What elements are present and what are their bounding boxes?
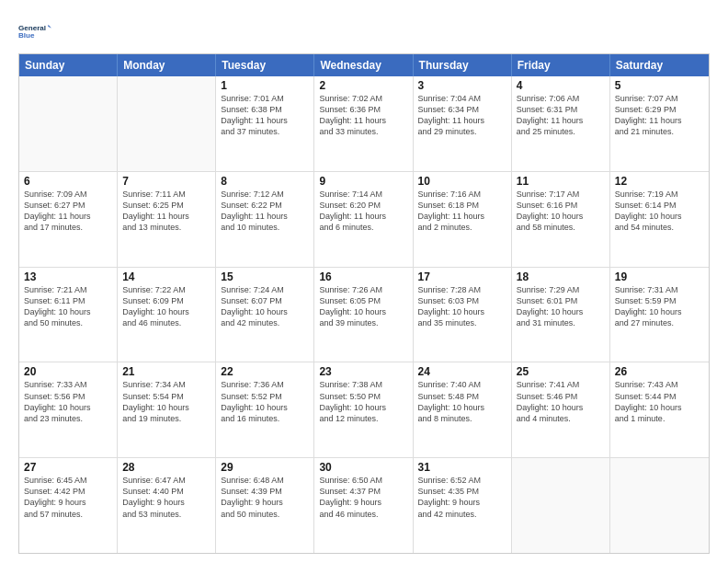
cell-info: Sunrise: 7:40 AM Sunset: 5:48 PM Dayligh… [418, 379, 506, 424]
cell-info: Sunrise: 6:52 AM Sunset: 4:35 PM Dayligh… [418, 475, 506, 520]
cell-info: Sunrise: 7:01 AM Sunset: 6:38 PM Dayligh… [221, 93, 309, 138]
cal-cell: 14Sunrise: 7:22 AM Sunset: 6:09 PM Dayli… [118, 268, 216, 362]
cell-date: 27 [24, 461, 112, 474]
cell-info: Sunrise: 6:45 AM Sunset: 4:42 PM Dayligh… [24, 475, 112, 520]
cal-cell: 26Sunrise: 7:43 AM Sunset: 5:44 PM Dayli… [610, 362, 709, 457]
cal-cell: 29Sunrise: 6:48 AM Sunset: 4:39 PM Dayli… [216, 458, 314, 553]
cal-header-monday: Monday [118, 54, 216, 76]
cell-info: Sunrise: 7:38 AM Sunset: 5:50 PM Dayligh… [319, 379, 407, 424]
cal-cell [19, 76, 118, 171]
cell-date: 11 [517, 175, 605, 188]
cal-header-saturday: Saturday [610, 54, 709, 76]
cell-date: 8 [221, 175, 309, 188]
cal-cell [118, 76, 216, 171]
cal-cell: 3Sunrise: 7:04 AM Sunset: 6:34 PM Daylig… [414, 76, 512, 171]
cell-info: Sunrise: 7:04 AM Sunset: 6:34 PM Dayligh… [418, 93, 506, 138]
cell-date: 31 [418, 461, 506, 474]
cal-week-3: 13Sunrise: 7:21 AM Sunset: 6:11 PM Dayli… [19, 268, 709, 363]
cell-info: Sunrise: 7:16 AM Sunset: 6:18 PM Dayligh… [418, 189, 506, 234]
cell-date: 5 [615, 79, 704, 92]
cell-date: 16 [319, 270, 407, 283]
cell-date: 6 [24, 175, 112, 188]
cal-week-1: 1Sunrise: 7:01 AM Sunset: 6:38 PM Daylig… [19, 76, 709, 172]
cell-info: Sunrise: 7:02 AM Sunset: 6:36 PM Dayligh… [319, 93, 407, 138]
cal-cell: 2Sunrise: 7:02 AM Sunset: 6:36 PM Daylig… [314, 76, 413, 171]
logo-svg: General Blue [18, 15, 51, 48]
cell-info: Sunrise: 7:11 AM Sunset: 6:25 PM Dayligh… [122, 189, 210, 234]
cal-cell: 4Sunrise: 7:06 AM Sunset: 6:31 PM Daylig… [512, 76, 610, 171]
cell-date: 25 [517, 365, 605, 378]
cal-week-5: 27Sunrise: 6:45 AM Sunset: 4:42 PM Dayli… [19, 458, 709, 553]
header: General Blue [18, 15, 710, 48]
cell-info: Sunrise: 7:19 AM Sunset: 6:14 PM Dayligh… [615, 189, 704, 234]
cell-date: 7 [122, 175, 210, 188]
cal-cell: 11Sunrise: 7:17 AM Sunset: 6:16 PM Dayli… [512, 172, 610, 267]
cal-cell [610, 458, 709, 553]
cell-info: Sunrise: 7:22 AM Sunset: 6:09 PM Dayligh… [122, 284, 210, 329]
cell-date: 19 [615, 270, 704, 283]
cell-date: 4 [517, 79, 605, 92]
cal-cell: 13Sunrise: 7:21 AM Sunset: 6:11 PM Dayli… [19, 268, 118, 362]
cell-date: 28 [122, 461, 210, 474]
cell-date: 13 [24, 270, 112, 283]
cal-cell: 23Sunrise: 7:38 AM Sunset: 5:50 PM Dayli… [314, 362, 413, 457]
cal-cell: 7Sunrise: 7:11 AM Sunset: 6:25 PM Daylig… [118, 172, 216, 267]
cell-info: Sunrise: 7:06 AM Sunset: 6:31 PM Dayligh… [517, 93, 605, 138]
cell-info: Sunrise: 6:50 AM Sunset: 4:37 PM Dayligh… [319, 475, 407, 520]
cal-header-wednesday: Wednesday [314, 54, 413, 76]
cal-week-4: 20Sunrise: 7:33 AM Sunset: 5:56 PM Dayli… [19, 362, 709, 458]
cal-cell: 31Sunrise: 6:52 AM Sunset: 4:35 PM Dayli… [414, 458, 512, 553]
cell-info: Sunrise: 7:07 AM Sunset: 6:29 PM Dayligh… [615, 93, 704, 138]
cell-date: 18 [517, 270, 605, 283]
cell-info: Sunrise: 7:17 AM Sunset: 6:16 PM Dayligh… [517, 189, 605, 234]
cal-cell: 20Sunrise: 7:33 AM Sunset: 5:56 PM Dayli… [19, 362, 118, 457]
cal-cell: 5Sunrise: 7:07 AM Sunset: 6:29 PM Daylig… [610, 76, 709, 171]
cell-info: Sunrise: 7:41 AM Sunset: 5:46 PM Dayligh… [517, 379, 605, 424]
cell-date: 21 [122, 365, 210, 378]
cell-info: Sunrise: 7:31 AM Sunset: 5:59 PM Dayligh… [615, 284, 704, 329]
cell-info: Sunrise: 7:28 AM Sunset: 6:03 PM Dayligh… [418, 284, 506, 329]
svg-text:Blue: Blue [18, 31, 35, 40]
cell-date: 14 [122, 270, 210, 283]
cell-info: Sunrise: 7:24 AM Sunset: 6:07 PM Dayligh… [221, 284, 309, 329]
calendar-body: 1Sunrise: 7:01 AM Sunset: 6:38 PM Daylig… [19, 76, 709, 553]
cell-info: Sunrise: 7:34 AM Sunset: 5:54 PM Dayligh… [122, 379, 210, 424]
cal-header-tuesday: Tuesday [216, 54, 314, 76]
cal-header-friday: Friday [512, 54, 610, 76]
cell-info: Sunrise: 7:21 AM Sunset: 6:11 PM Dayligh… [24, 284, 112, 329]
cell-date: 29 [221, 461, 309, 474]
cell-date: 9 [319, 175, 407, 188]
svg-text:General: General [18, 24, 46, 32]
cell-info: Sunrise: 7:26 AM Sunset: 6:05 PM Dayligh… [319, 284, 407, 329]
svg-marker-2 [48, 25, 51, 29]
cell-date: 22 [221, 365, 309, 378]
cell-date: 3 [418, 79, 506, 92]
cal-cell: 27Sunrise: 6:45 AM Sunset: 4:42 PM Dayli… [19, 458, 118, 553]
cell-info: Sunrise: 7:12 AM Sunset: 6:22 PM Dayligh… [221, 189, 309, 234]
cell-info: Sunrise: 7:09 AM Sunset: 6:27 PM Dayligh… [24, 189, 112, 234]
cell-date: 12 [615, 175, 704, 188]
cell-date: 24 [418, 365, 506, 378]
logo: General Blue [18, 15, 101, 48]
cell-info: Sunrise: 7:36 AM Sunset: 5:52 PM Dayligh… [221, 379, 309, 424]
cell-date: 1 [221, 79, 309, 92]
cal-cell: 15Sunrise: 7:24 AM Sunset: 6:07 PM Dayli… [216, 268, 314, 362]
cal-cell: 21Sunrise: 7:34 AM Sunset: 5:54 PM Dayli… [118, 362, 216, 457]
page: General Blue SundayMondayTuesdayWednesda… [0, 0, 728, 563]
cal-cell: 17Sunrise: 7:28 AM Sunset: 6:03 PM Dayli… [414, 268, 512, 362]
cal-cell: 25Sunrise: 7:41 AM Sunset: 5:46 PM Dayli… [512, 362, 610, 457]
cell-info: Sunrise: 6:48 AM Sunset: 4:39 PM Dayligh… [221, 475, 309, 520]
cal-cell: 6Sunrise: 7:09 AM Sunset: 6:27 PM Daylig… [19, 172, 118, 267]
cal-header-sunday: Sunday [19, 54, 118, 76]
cal-cell: 12Sunrise: 7:19 AM Sunset: 6:14 PM Dayli… [610, 172, 709, 267]
cal-cell: 10Sunrise: 7:16 AM Sunset: 6:18 PM Dayli… [414, 172, 512, 267]
cell-date: 17 [418, 270, 506, 283]
cal-cell: 8Sunrise: 7:12 AM Sunset: 6:22 PM Daylig… [216, 172, 314, 267]
cal-cell: 28Sunrise: 6:47 AM Sunset: 4:40 PM Dayli… [118, 458, 216, 553]
cell-date: 10 [418, 175, 506, 188]
cell-date: 30 [319, 461, 407, 474]
cal-cell: 22Sunrise: 7:36 AM Sunset: 5:52 PM Dayli… [216, 362, 314, 457]
cal-cell: 9Sunrise: 7:14 AM Sunset: 6:20 PM Daylig… [314, 172, 413, 267]
cal-cell: 16Sunrise: 7:26 AM Sunset: 6:05 PM Dayli… [314, 268, 413, 362]
cell-date: 20 [24, 365, 112, 378]
